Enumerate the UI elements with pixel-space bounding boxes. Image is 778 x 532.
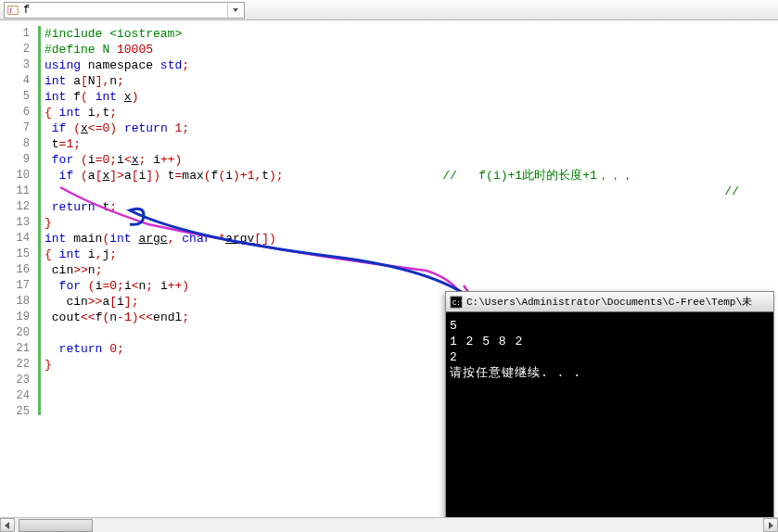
code-line[interactable]: if (a[x]>a[i]) t=max(f(i)+1,t); // f(i)+…: [45, 168, 778, 184]
terminal-line: 2: [450, 349, 770, 365]
inline-comment: // f(i)+1此时的长度+1，，，: [442, 169, 632, 183]
line-number: 21: [0, 341, 37, 357]
code-line[interactable]: return t;: [45, 199, 778, 215]
code-line[interactable]: cin>>n;: [45, 262, 778, 278]
code-line[interactable]: if (x<=0) return 1;: [45, 120, 778, 136]
code-line[interactable]: #include <iostream>: [45, 26, 778, 42]
svg-text:C:\: C:\: [453, 298, 463, 306]
line-number: 15: [0, 247, 37, 262]
line-number: 5: [0, 89, 37, 105]
code-line[interactable]: { int i,j;: [45, 247, 778, 262]
line-number: 18: [0, 294, 37, 310]
scroll-thumb[interactable]: [19, 519, 93, 532]
terminal-line: 1 2 5 8 2: [450, 334, 770, 349]
change-marker: [38, 26, 41, 415]
code-editor[interactable]: 1234567891011121314151617181920212223242…: [0, 20, 778, 532]
function-toolbar: f f: [0, 0, 778, 20]
code-line[interactable]: //: [45, 184, 778, 199]
scroll-right-icon[interactable]: [763, 518, 778, 532]
code-line[interactable]: { int i,t;: [45, 105, 778, 120]
line-number: 6: [0, 105, 37, 120]
line-number: 16: [0, 262, 37, 278]
code-line[interactable]: using namespace std;: [45, 57, 778, 73]
line-number: 3: [0, 57, 37, 73]
line-number: 20: [0, 325, 37, 341]
function-selector[interactable]: f f: [4, 2, 245, 19]
code-line[interactable]: for (i=0;i<x; i++): [45, 152, 778, 168]
code-line[interactable]: int a[N],n;: [45, 73, 778, 89]
scroll-left-icon[interactable]: [0, 518, 15, 532]
chevron-down-icon[interactable]: [227, 3, 242, 18]
horizontal-scrollbar[interactable]: [0, 517, 778, 532]
terminal-titlebar[interactable]: C:\ C:\Users\Administrator\Documents\C-F…: [446, 292, 773, 312]
line-number: 9: [0, 152, 37, 168]
terminal-body: 5 1 2 5 8 2 2 请按任意键继续. . .: [446, 312, 773, 386]
function-name: f: [21, 4, 227, 17]
terminal-line: 5: [450, 318, 770, 334]
scroll-track[interactable]: [15, 518, 763, 532]
line-number: 23: [0, 373, 37, 388]
line-number: 22: [0, 357, 37, 373]
svg-text:f: f: [10, 6, 13, 14]
line-number: 2: [0, 42, 37, 57]
line-number-gutter: 1234567891011121314151617181920212223242…: [0, 20, 37, 532]
line-number: 1: [0, 26, 37, 42]
terminal-window[interactable]: C:\ C:\Users\Administrator\Documents\C-F…: [445, 291, 774, 532]
line-number: 10: [0, 168, 37, 184]
line-number: 17: [0, 278, 37, 294]
line-number: 11: [0, 184, 37, 199]
line-number: 19: [0, 310, 37, 325]
terminal-title: C:\Users\Administrator\Documents\C-Free\…: [466, 292, 752, 312]
line-number: 24: [0, 388, 37, 404]
terminal-icon: C:\: [450, 296, 463, 309]
line-number: 12: [0, 199, 37, 215]
line-number: 4: [0, 73, 37, 89]
code-line[interactable]: }: [45, 215, 778, 231]
code-line[interactable]: int f( int x): [45, 89, 778, 105]
line-number: 8: [0, 136, 37, 152]
line-number: 25: [0, 404, 37, 420]
terminal-line: 请按任意键继续. . .: [450, 365, 770, 381]
code-line[interactable]: int main(int argc, char *argv[]): [45, 231, 778, 247]
line-number: 14: [0, 231, 37, 247]
line-number: 7: [0, 120, 37, 136]
line-number: 13: [0, 215, 37, 231]
code-line[interactable]: #define N 10005: [45, 42, 778, 57]
function-icon: f: [6, 4, 19, 17]
code-line[interactable]: t=1;: [45, 136, 778, 152]
